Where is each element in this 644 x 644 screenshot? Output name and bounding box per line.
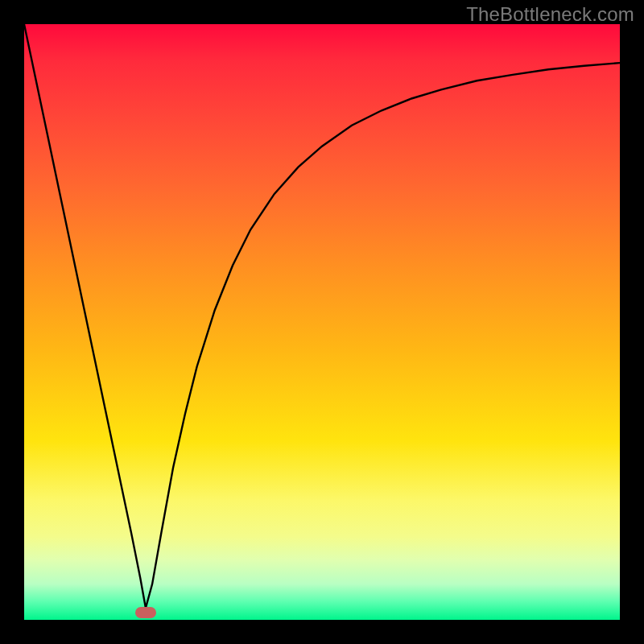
plot-area xyxy=(24,24,620,620)
curve-svg xyxy=(24,24,620,620)
chart-frame: TheBottleneck.com xyxy=(0,0,644,644)
watermark-text: TheBottleneck.com xyxy=(466,3,634,26)
vertex-marker xyxy=(135,607,156,618)
curve-path xyxy=(24,24,620,608)
